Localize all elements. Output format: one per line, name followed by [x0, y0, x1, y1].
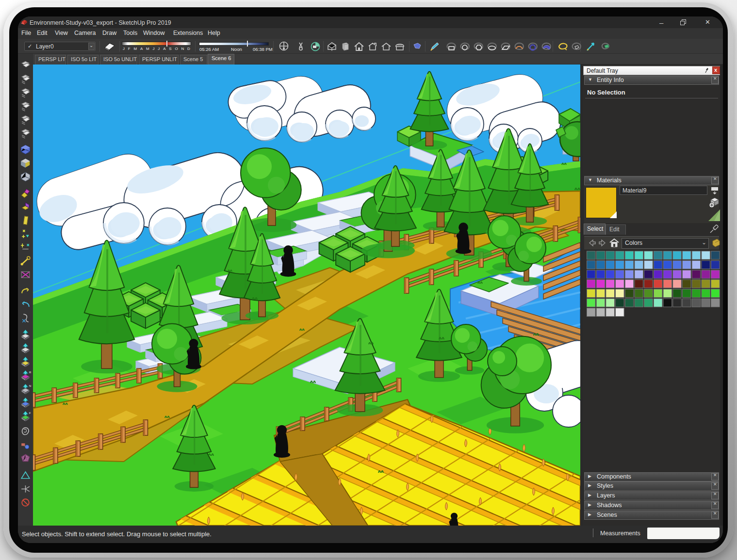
svg-text:N: N: [29, 384, 32, 387]
svg-text:R: R: [29, 370, 32, 374]
svg-text:F: F: [29, 411, 31, 415]
